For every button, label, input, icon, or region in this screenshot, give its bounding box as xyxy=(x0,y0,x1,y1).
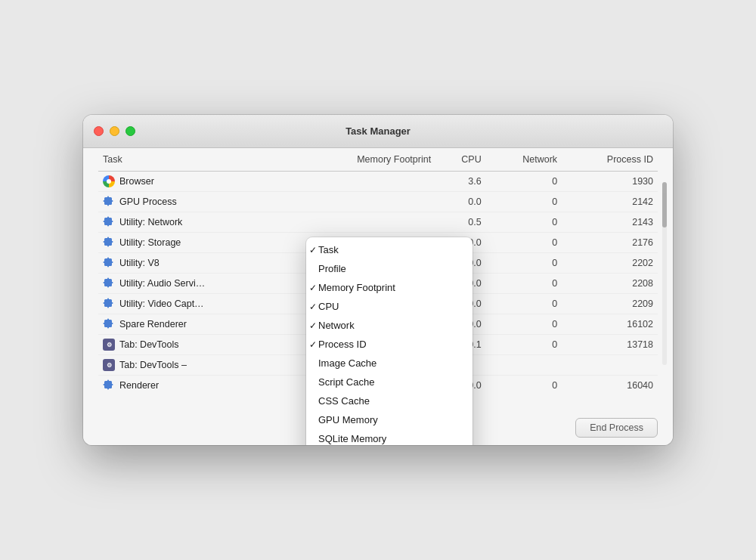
pid-cell xyxy=(562,355,658,376)
network-cell: 0 xyxy=(486,335,562,355)
col-pid: Process ID xyxy=(562,148,658,172)
network-cell: 0 xyxy=(486,376,562,396)
menu-item-sqlite-memory[interactable]: SQLite Memory xyxy=(306,429,472,445)
menu-item-cpu[interactable]: CPU xyxy=(306,297,472,316)
menu-item-label: Memory Footprint xyxy=(318,282,395,293)
network-cell: 0 xyxy=(486,294,562,314)
task-cell: ⚙ Tab: DevTools xyxy=(98,335,291,355)
pid-cell: 13718 xyxy=(562,335,658,355)
memory-cell xyxy=(291,192,435,212)
table-container: Task Memory Footprint CPU Network Proces… xyxy=(83,148,673,410)
menu-item-image-cache[interactable]: Image Cache xyxy=(306,354,472,373)
menu-item-label: Script Cache xyxy=(318,376,374,388)
task-name: Utility: Network xyxy=(119,217,182,227)
pid-cell: 16040 xyxy=(562,376,658,396)
task-cell: Renderer xyxy=(98,376,291,396)
col-memory: Memory Footprint xyxy=(291,148,435,172)
network-cell: 0 xyxy=(486,212,562,233)
network-cell: 0 xyxy=(486,192,562,212)
network-cell: 0 xyxy=(486,172,562,192)
pid-cell: 2202 xyxy=(562,253,658,274)
menu-item-css-cache[interactable]: CSS Cache xyxy=(306,391,472,410)
window-body: Task Memory Footprint CPU Network Proces… xyxy=(83,148,673,445)
pid-cell: 16102 xyxy=(562,314,658,335)
task-name: Spare Renderer xyxy=(119,319,187,330)
network-cell: 0 xyxy=(486,314,562,335)
network-cell: 0 xyxy=(486,274,562,294)
task-cell: GPU Process xyxy=(98,192,291,212)
close-button[interactable] xyxy=(94,126,104,136)
col-network: Network xyxy=(486,148,562,172)
menu-item-profile[interactable]: Profile xyxy=(306,259,472,278)
task-name: Browser xyxy=(119,176,154,187)
task-name: Tab: DevTools – xyxy=(119,360,187,370)
scrollbar-thumb[interactable] xyxy=(662,182,667,227)
devtools-icon: ⚙ xyxy=(103,359,115,371)
cpu-cell: 3.6 xyxy=(435,172,486,192)
pid-cell: 2142 xyxy=(562,192,658,212)
task-name: Utility: Video Capt… xyxy=(119,299,204,309)
task-name: Utility: V8 xyxy=(119,258,160,268)
task-cell: Utility: Network xyxy=(98,212,291,233)
menu-item-label: Task xyxy=(318,244,339,255)
menu-item-memory-footprint[interactable]: Memory Footprint xyxy=(306,278,472,297)
task-manager-window: Task Manager Task Memory Footprint CPU N… xyxy=(83,115,673,445)
menu-item-script-cache[interactable]: Script Cache xyxy=(306,373,472,391)
menu-item-label: Image Cache xyxy=(318,357,376,369)
task-cell: Utility: Video Capt… xyxy=(98,294,291,314)
menu-item-label: Profile xyxy=(318,263,346,274)
table-header-row: Task Memory Footprint CPU Network Proces… xyxy=(98,148,658,172)
scrollbar[interactable] xyxy=(662,182,668,365)
task-name: Tab: DevTools xyxy=(119,339,179,350)
menu-item-label: Process ID xyxy=(318,339,367,350)
menu-item-network[interactable]: Network xyxy=(306,316,472,335)
chrome-icon xyxy=(103,175,115,187)
memory-cell xyxy=(291,212,435,233)
scrollbar-track xyxy=(662,182,667,365)
menu-item-gpu-memory[interactable]: GPU Memory xyxy=(306,410,472,429)
network-cell: 0 xyxy=(486,233,562,253)
network-cell: 0 xyxy=(486,253,562,274)
cpu-cell: 0.5 xyxy=(435,212,486,233)
menu-item-label: SQLite Memory xyxy=(318,433,386,444)
pid-cell: 1930 xyxy=(562,172,658,192)
maximize-button[interactable] xyxy=(125,126,135,136)
col-cpu: CPU xyxy=(435,148,486,172)
menu-item-label: CPU xyxy=(318,301,339,312)
pid-cell: 2208 xyxy=(562,274,658,294)
table-row[interactable]: Utility: Network 0.5 0 2143 xyxy=(98,212,658,233)
cpu-cell: 0.0 xyxy=(435,192,486,212)
titlebar: Task Manager xyxy=(83,115,673,148)
network-cell xyxy=(486,355,562,376)
table-row[interactable]: GPU Process 0.0 0 2142 xyxy=(98,192,658,212)
menu-item-task[interactable]: Task xyxy=(306,240,472,259)
table-row[interactable]: Browser 3.6 0 1930 xyxy=(98,172,658,192)
menu-item-label: Network xyxy=(318,320,355,331)
task-cell: Spare Renderer xyxy=(98,314,291,335)
task-name: Utility: Storage xyxy=(119,237,181,248)
memory-cell xyxy=(291,172,435,192)
task-cell: Utility: Storage xyxy=(98,233,291,253)
column-dropdown-menu[interactable]: TaskProfileMemory FootprintCPUNetworkPro… xyxy=(306,237,472,445)
task-cell: ⚙ Tab: DevTools – xyxy=(98,355,291,376)
task-cell: Browser xyxy=(98,172,291,192)
traffic-lights xyxy=(94,126,135,136)
menu-item-label: CSS Cache xyxy=(318,395,370,407)
pid-cell: 2176 xyxy=(562,233,658,253)
pid-cell: 2143 xyxy=(562,212,658,233)
task-cell: Utility: V8 xyxy=(98,253,291,274)
task-name: Renderer xyxy=(119,380,159,391)
pid-cell: 2209 xyxy=(562,294,658,314)
window-title: Task Manager xyxy=(345,125,411,137)
task-name: GPU Process xyxy=(119,196,177,207)
end-process-button[interactable]: End Process xyxy=(575,418,658,438)
minimize-button[interactable] xyxy=(110,126,119,136)
task-cell: Utility: Audio Servi… xyxy=(98,274,291,294)
menu-item-process-id[interactable]: Process ID xyxy=(306,335,472,354)
devtools-icon: ⚙ xyxy=(103,339,115,351)
menu-item-label: GPU Memory xyxy=(318,414,378,425)
col-task: Task xyxy=(98,148,291,172)
task-name: Utility: Audio Servi… xyxy=(119,278,205,289)
